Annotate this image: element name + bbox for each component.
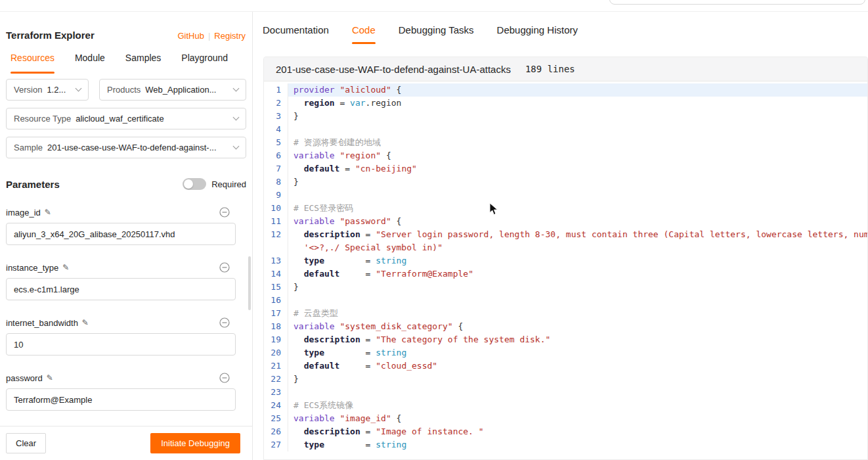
sidebar-tab-resources[interactable]: Resources [11, 41, 54, 75]
line-content: type = string [288, 438, 867, 451]
collapse-icon[interactable] [219, 317, 230, 328]
line-number: 13 [264, 254, 288, 267]
parameter-field-image_id: image_id✎ [6, 207, 236, 245]
collapse-icon[interactable] [219, 373, 230, 383]
app-root: Terraform Explorer GitHub | Registry Res… [0, 0, 868, 460]
edit-icon[interactable]: ✎ [47, 373, 53, 382]
parameter-field-password: password✎ [6, 373, 236, 411]
code-line: 24# ECS系统镜像 [264, 399, 867, 412]
instance_type-input[interactable] [6, 278, 236, 300]
code-line: 14 default = "Terraform@Example" [264, 267, 867, 281]
main-content: DocumentationCodeDebugging TasksDebuggin… [253, 12, 868, 460]
sidebar-selects: Version1.2...ProductsWeb_Application... … [0, 75, 252, 158]
line-number: 10 [264, 202, 288, 215]
clear-button[interactable]: Clear [6, 433, 46, 453]
code-line: 5# 资源将要创建的地域 [264, 136, 867, 149]
tab-code[interactable]: Code [352, 12, 376, 47]
line-number: 16 [264, 294, 288, 307]
internet_bandwidth-input[interactable] [6, 333, 236, 356]
field-label-password: password [6, 373, 43, 383]
collapse-icon[interactable] [219, 262, 230, 273]
code-line: 18variable "system_disk_category" { [264, 320, 867, 333]
top-search-input-partial[interactable] [609, 0, 865, 5]
code-line: 15} [264, 281, 867, 294]
select-sample[interactable]: Sample201-use-case-use-WAF-to-defend-aga… [6, 137, 246, 158]
edit-icon[interactable]: ✎ [82, 318, 89, 327]
line-content: # ECS登录密码 [288, 202, 867, 215]
line-content: # 云盘类型 [288, 307, 867, 320]
code-line: 17# 云盘类型 [264, 307, 867, 320]
select-row-2: Resource Typealicloud_waf_certificate [6, 108, 246, 129]
line-content: } [288, 373, 867, 386]
line-number: 11 [264, 215, 288, 228]
initiate-debugging-button[interactable]: Initiate Debugging [150, 433, 240, 453]
line-content: variable "region" { [288, 149, 867, 162]
line-content: provider "alicloud" { [288, 83, 867, 97]
collapse-icon[interactable] [219, 207, 230, 218]
parameter-field-internet_bandwidth: internet_bandwidth✎ [6, 317, 236, 356]
line-content: } [288, 175, 867, 189]
edit-icon[interactable]: ✎ [45, 208, 51, 217]
field-label-internet_bandwidth: internet_bandwidth [6, 318, 78, 328]
main-tabs: DocumentationCodeDebugging TasksDebuggin… [253, 12, 868, 47]
line-content: '<>?,./ Special symbol in)" [288, 241, 867, 254]
parameters-header: Parameters Required [0, 178, 252, 190]
sidebar-header: Terraform Explorer GitHub | Registry [0, 12, 252, 41]
line-content [288, 189, 867, 202]
github-link[interactable]: GitHub [177, 31, 204, 41]
code-line: 3} [264, 110, 867, 123]
password-input[interactable] [6, 388, 236, 411]
line-number: 15 [264, 281, 288, 294]
chevron-down-icon [233, 114, 240, 121]
chevron-down-icon [76, 85, 82, 92]
code-lines[interactable]: 1provider "alicloud" {2 region = var.reg… [264, 81, 867, 459]
tab-debugging-tasks[interactable]: Debugging Tasks [399, 12, 474, 47]
select-sample-value: 201-use-case-use-WAF-to-defend-against-.… [47, 143, 216, 152]
line-number: 24 [264, 399, 288, 412]
line-content: variable "system_disk_category" { [288, 320, 867, 333]
line-number: 21 [264, 359, 288, 373]
tab-debugging-history[interactable]: Debugging History [497, 12, 578, 47]
tab-documentation[interactable]: Documentation [263, 12, 329, 47]
field-head-internet_bandwidth: internet_bandwidth✎ [6, 317, 236, 328]
sidebar-tab-module[interactable]: Module [75, 41, 105, 75]
code-line: 25variable "image_id" { [264, 412, 867, 425]
code-line: 21 default = "cloud_essd" [264, 359, 867, 373]
sidebar-scrollbar[interactable] [248, 256, 251, 310]
code-line: 12 description = "Server login password,… [264, 228, 867, 241]
edit-icon[interactable]: ✎ [62, 263, 69, 272]
code-line: 8} [264, 175, 867, 189]
line-number: 14 [264, 267, 288, 281]
registry-link[interactable]: Registry [214, 31, 246, 41]
code-panel-header: 201-use-case-use-WAF-to-defend-against-U… [264, 57, 867, 81]
line-content: variable "image_id" { [288, 412, 867, 425]
line-content: default = "cn-beijing" [288, 162, 867, 175]
line-number: 17 [264, 307, 288, 320]
code-line: 10# ECS登录密码 [264, 202, 867, 215]
app-title: Terraform Explorer [6, 30, 95, 41]
code-line: 26 description = "Image of instance. " [264, 425, 867, 438]
field-head-instance_type: instance_type✎ [6, 262, 236, 273]
line-content: description = "Server login password, le… [288, 228, 867, 241]
code-line: 16 [264, 294, 867, 307]
field-label-instance_type: instance_type [6, 263, 58, 273]
line-content: # 资源将要创建的地域 [288, 136, 867, 149]
sidebar-tab-playground[interactable]: Playground [181, 41, 228, 75]
code-line: 2 region = var.region [264, 97, 867, 110]
line-number: 7 [264, 162, 288, 175]
image_id-input[interactable] [6, 223, 236, 245]
sidebar-tab-samples[interactable]: Samples [125, 41, 161, 75]
select-products[interactable]: ProductsWeb_Application... [99, 79, 246, 101]
line-content [288, 123, 867, 136]
code-line: 13 type = string [264, 254, 867, 267]
link-separator: | [208, 31, 210, 41]
line-content: } [288, 281, 867, 294]
parameter-fields: image_id✎instance_type✎internet_bandwidt… [0, 207, 252, 437]
chevron-down-icon [233, 85, 240, 92]
required-switch[interactable] [183, 178, 206, 190]
required-toggle[interactable]: Required [183, 178, 246, 190]
select-version[interactable]: Version1.2... [6, 79, 89, 101]
select-resource-type-value: alicloud_waf_certificate [76, 114, 163, 124]
select-resource-type[interactable]: Resource Typealicloud_waf_certificate [6, 108, 246, 129]
code-line: 7 default = "cn-beijing" [264, 162, 867, 175]
